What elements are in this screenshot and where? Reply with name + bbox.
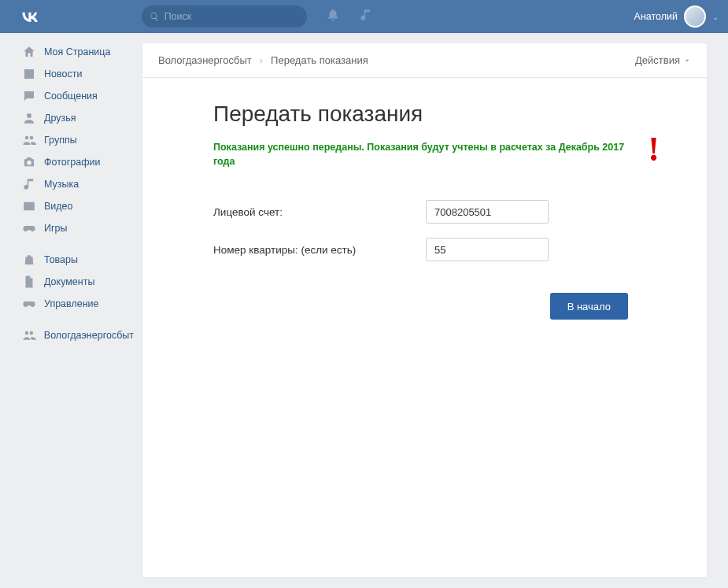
sidebar-item-docs[interactable]: Документы [0,271,142,293]
sidebar-item-vologda[interactable]: Вологдаэнергосбыт [0,324,142,346]
bag-icon [22,253,36,267]
username: Анатолий [634,11,678,22]
gamepad-icon [22,221,36,235]
newspaper-icon [22,67,36,81]
home-icon [22,45,36,59]
topbar: Анатолий ⌄ [0,0,728,33]
doc-icon [22,275,36,289]
users-icon [22,328,36,342]
gamepad-icon [22,297,36,311]
form: Лицевой счет: Номер квартиры: (если есть… [213,200,660,261]
sidebar-item-label: Новости [44,68,82,80]
sidebar-item-label: Музыка [44,179,79,190]
sidebar-item-friends[interactable]: Друзья [0,107,142,129]
breadcrumb-page: Передать показания [271,54,368,66]
panel-content: Передать показания Показания успешно пер… [142,78,707,343]
apartment-input[interactable] [426,238,549,261]
sidebar-item-label: Документы [44,276,94,287]
sidebar-item-photos[interactable]: Фотографии [0,151,142,173]
chevron-down-icon [683,57,691,65]
sidebar-item-label: Видео [44,201,73,212]
search-input[interactable] [164,11,299,22]
success-message: Показания успешно переданы. Показания бу… [213,141,637,168]
actions-dropdown[interactable]: Действия [635,54,691,66]
actions-label: Действия [635,54,680,66]
panel-header: Вологдаэнергосбыт › Передать показания Д… [142,43,707,78]
sidebar-item-label: Моя Страница [44,46,110,57]
user-menu[interactable]: Анатолий ⌄ [634,6,719,28]
apartment-label: Номер квартиры: (если есть) [213,244,426,256]
sidebar-item-label: Сообщения [44,91,98,102]
sidebar-item-news[interactable]: Новости [0,63,142,85]
sidebar-item-label: Друзья [44,113,76,124]
breadcrumb-app[interactable]: Вологдаэнергосбыт [158,54,252,66]
search-box[interactable] [142,6,307,28]
message-icon [22,89,36,103]
breadcrumb-separator: › [260,54,263,66]
sidebar-item-my-page[interactable]: Моя Страница [0,41,142,63]
music-icon[interactable] [359,8,373,25]
sidebar-item-music[interactable]: Музыка [0,173,142,195]
main-panel: Вологдаэнергосбыт › Передать показания Д… [142,43,708,578]
sidebar-item-label: Группы [44,135,77,146]
vk-logo-icon[interactable] [19,6,41,28]
sidebar-item-groups[interactable]: Группы [0,129,142,151]
sidebar-item-label: Фотографии [44,157,100,168]
video-icon [22,199,36,213]
sidebar-item-manage[interactable]: Управление [0,293,142,315]
camera-icon [22,155,36,169]
to-start-button[interactable]: В начало [550,293,628,320]
users-icon [22,133,36,147]
search-icon [150,11,160,22]
sidebar-item-label: Товары [44,254,78,265]
chevron-down-icon: ⌄ [712,13,719,21]
page-title: Передать показания [213,102,660,127]
sidebar-item-messages[interactable]: Сообщения [0,85,142,107]
avatar [684,6,706,28]
exclamation-icon: ! [648,138,660,162]
user-icon [22,111,36,125]
account-label: Лицевой счет: [213,206,426,218]
sidebar-item-label: Вологдаэнергосбыт [44,330,134,341]
sidebar-item-label: Управление [44,298,99,309]
account-input[interactable] [426,200,549,224]
sidebar-item-label: Игры [44,223,67,234]
sidebar-item-market[interactable]: Товары [0,249,142,271]
music-note-icon [22,177,36,191]
bell-icon[interactable] [326,8,340,25]
topbar-icons [326,8,373,25]
sidebar: Моя Страница Новости Сообщения Друзья Гр… [0,33,142,578]
sidebar-item-games[interactable]: Игры [0,217,142,239]
sidebar-item-video[interactable]: Видео [0,195,142,217]
